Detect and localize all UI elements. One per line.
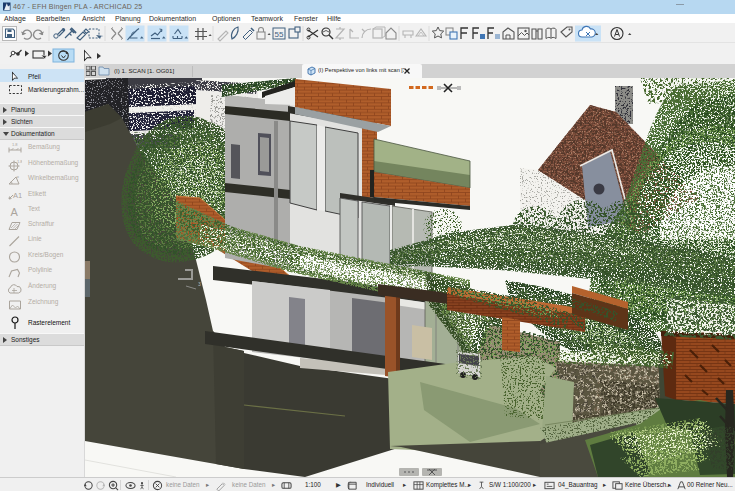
svg-text:1.8: 1.8 <box>17 159 22 164</box>
svg-text:1.8: 1.8 <box>12 142 18 147</box>
svg-text:3: 3 <box>198 281 201 287</box>
svg-text:55: 55 <box>275 30 284 39</box>
svg-text:A: A <box>11 206 19 218</box>
svg-text:A1: A1 <box>13 191 22 200</box>
svg-text:α: α <box>17 174 20 179</box>
